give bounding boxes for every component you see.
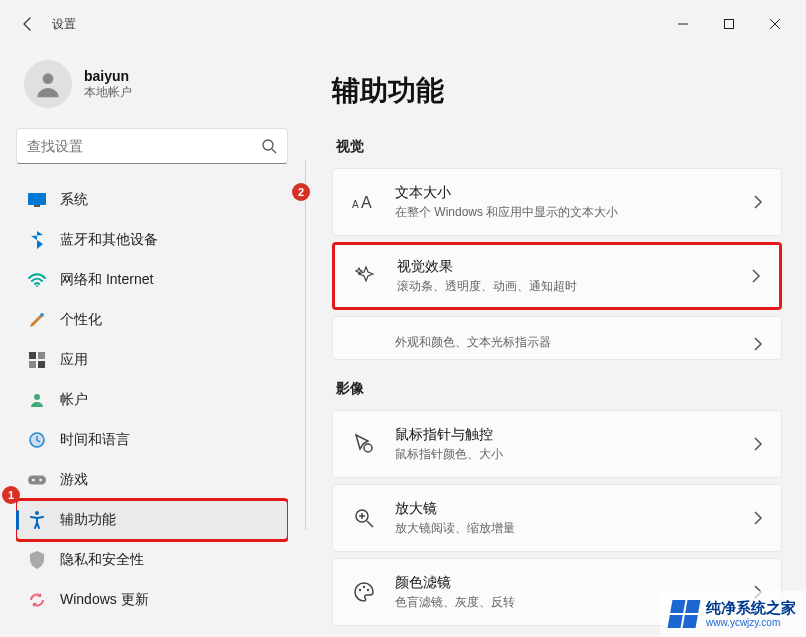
sidebar-item-bluetooth[interactable]: 蓝牙和其他设备 — [16, 220, 288, 260]
account-icon — [28, 391, 46, 409]
svg-point-18 — [35, 511, 39, 515]
palette-icon — [351, 579, 377, 605]
sidebar-item-label: 游戏 — [60, 471, 88, 489]
card-magnifier[interactable]: 放大镜 放大镜阅读、缩放增量 — [332, 484, 782, 552]
svg-rect-1 — [725, 20, 734, 29]
sidebar-item-label: Windows 更新 — [60, 591, 149, 609]
mouse-pointer-icon — [351, 431, 377, 457]
svg-rect-11 — [29, 361, 36, 368]
svg-line-4 — [272, 149, 276, 153]
search-icon — [261, 138, 277, 154]
card-sub: 鼠标指针颜色、大小 — [395, 446, 753, 463]
system-icon — [28, 191, 46, 209]
svg-point-8 — [40, 313, 44, 317]
annotation-badge-2: 2 — [292, 183, 310, 201]
svg-rect-5 — [28, 193, 46, 205]
main-content: 辅助功能 视觉 AA 文本大小 在整个 Windows 和应用中显示的文本大小 … — [304, 48, 806, 637]
sidebar-item-privacy[interactable]: 隐私和安全性 — [16, 540, 288, 580]
sidebar-item-apps[interactable]: 应用 — [16, 340, 288, 380]
watermark: 纯净系统之家 www.ycwjzy.com — [660, 591, 806, 637]
user-sub: 本地帐户 — [84, 84, 132, 101]
sidebar-item-label: 系统 — [60, 191, 88, 209]
nav-list: 系统 蓝牙和其他设备 网络和 Internet 个性化 应用 帐户 — [16, 180, 288, 637]
svg-point-16 — [32, 479, 35, 482]
sidebar-item-label: 帐户 — [60, 391, 88, 409]
svg-rect-9 — [29, 352, 36, 359]
sidebar-item-windows-update[interactable]: Windows 更新 — [16, 580, 288, 620]
card-sub: 滚动条、透明度、动画、通知超时 — [397, 278, 751, 295]
back-button[interactable] — [8, 4, 48, 44]
sidebar-item-label: 时间和语言 — [60, 431, 130, 449]
sidebar-item-system[interactable]: 系统 — [16, 180, 288, 220]
sidebar-item-label: 隐私和安全性 — [60, 551, 144, 569]
text-size-icon: AA — [351, 189, 377, 215]
sidebar-item-time-language[interactable]: 时间和语言 — [16, 420, 288, 460]
sidebar-item-label: 蓝牙和其他设备 — [60, 231, 158, 249]
svg-point-3 — [263, 140, 273, 150]
chevron-right-icon — [753, 195, 763, 209]
card-sub: 外观和颜色、文本光标指示器 — [395, 334, 753, 351]
brush-icon — [28, 311, 46, 329]
card-title: 文本大小 — [395, 184, 753, 202]
magnifier-icon — [351, 505, 377, 531]
sidebar-item-accounts[interactable]: 帐户 — [16, 380, 288, 420]
window-controls — [660, 8, 798, 40]
bluetooth-icon — [28, 231, 46, 249]
sidebar-item-accessibility[interactable]: 辅助功能 — [16, 500, 288, 540]
card-title: 视觉效果 — [397, 258, 751, 276]
shield-icon — [28, 551, 46, 569]
chevron-right-icon — [753, 337, 763, 351]
card-text-cursor[interactable]: 外观和颜色、文本光标指示器 — [332, 316, 782, 360]
svg-point-17 — [39, 479, 42, 482]
divider — [305, 160, 306, 530]
svg-text:A: A — [361, 194, 372, 211]
search-box[interactable] — [16, 128, 288, 164]
card-sub: 在整个 Windows 和应用中显示的文本大小 — [395, 204, 753, 221]
chevron-right-icon — [751, 269, 761, 283]
svg-point-13 — [34, 394, 40, 400]
search-input[interactable] — [27, 138, 261, 154]
close-button[interactable] — [752, 8, 798, 40]
sidebar-item-label: 应用 — [60, 351, 88, 369]
watermark-title: 纯净系统之家 — [706, 600, 796, 617]
card-text-size[interactable]: AA 文本大小 在整个 Windows 和应用中显示的文本大小 — [332, 168, 782, 236]
sidebar: baiyun 本地帐户 系统 蓝牙和其他设备 网络和 Internet — [0, 48, 304, 637]
sidebar-item-label: 辅助功能 — [60, 511, 116, 529]
card-visual-effects[interactable]: 视觉效果 滚动条、透明度、动画、通知超时 — [332, 242, 782, 310]
watermark-url: www.ycwjzy.com — [706, 617, 796, 628]
clock-icon — [28, 431, 46, 449]
svg-point-7 — [36, 285, 38, 287]
sidebar-item-label: 个性化 — [60, 311, 102, 329]
minimize-button[interactable] — [660, 8, 706, 40]
cursor-icon — [351, 325, 377, 351]
svg-rect-12 — [38, 361, 45, 368]
chevron-right-icon — [753, 437, 763, 451]
watermark-logo-icon — [668, 600, 701, 628]
card-title: 放大镜 — [395, 500, 753, 518]
sidebar-item-label: 网络和 Internet — [60, 271, 153, 289]
card-sub: 放大镜阅读、缩放增量 — [395, 520, 753, 537]
sparkle-icon — [353, 263, 379, 289]
accessibility-icon — [28, 511, 46, 529]
svg-rect-10 — [38, 352, 45, 359]
update-icon — [28, 591, 46, 609]
maximize-button[interactable] — [706, 8, 752, 40]
svg-point-26 — [359, 589, 361, 591]
sidebar-item-network[interactable]: 网络和 Internet — [16, 260, 288, 300]
svg-rect-15 — [28, 476, 46, 485]
user-name: baiyun — [84, 68, 132, 84]
card-title: 鼠标指针与触控 — [395, 426, 753, 444]
titlebar: 设置 — [0, 0, 806, 48]
sidebar-item-personalization[interactable]: 个性化 — [16, 300, 288, 340]
svg-point-28 — [367, 589, 369, 591]
card-mouse-pointer[interactable]: 鼠标指针与触控 鼠标指针颜色、大小 — [332, 410, 782, 478]
annotation-badge-1: 1 — [2, 486, 20, 504]
section-title-visual: 视觉 — [336, 138, 782, 156]
apps-icon — [28, 351, 46, 369]
card-title: 颜色滤镜 — [395, 574, 753, 592]
svg-line-23 — [367, 521, 373, 527]
user-block[interactable]: baiyun 本地帐户 — [16, 48, 288, 128]
sidebar-item-gaming[interactable]: 游戏 — [16, 460, 288, 500]
chevron-right-icon — [753, 511, 763, 525]
svg-point-21 — [364, 444, 372, 452]
